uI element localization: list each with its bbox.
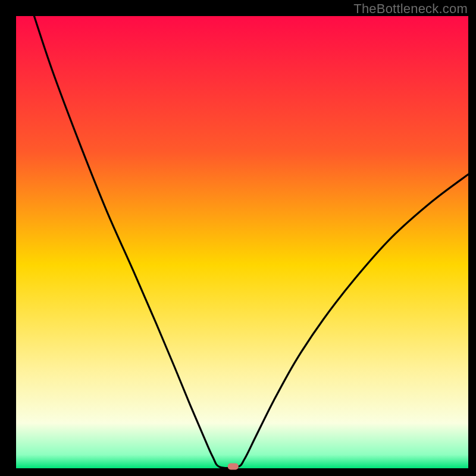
bottleneck-chart — [0, 0, 476, 476]
watermark-text: TheBottleneck.com — [353, 1, 468, 17]
chart-frame: TheBottleneck.com — [0, 0, 476, 476]
plot-background-gradient — [16, 16, 468, 468]
optimal-point-marker — [228, 463, 239, 469]
